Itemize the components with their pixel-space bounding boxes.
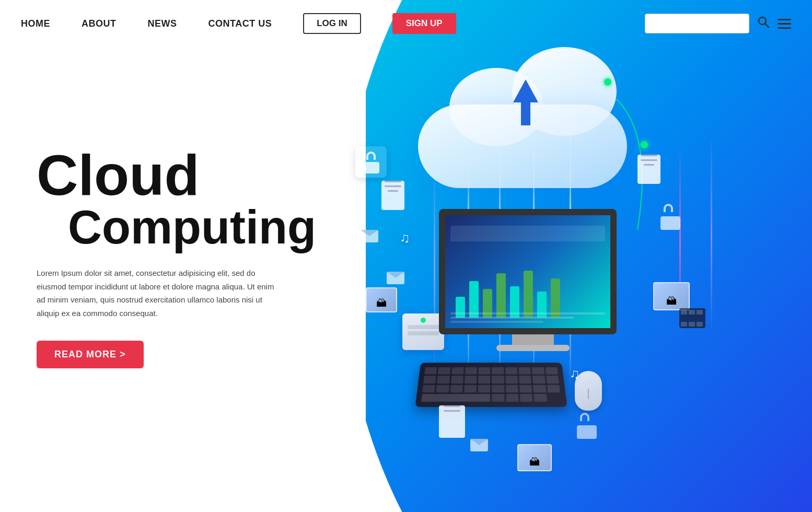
music-note-float-2: ♫ [570, 366, 580, 382]
doc-line-1 [385, 181, 401, 182]
menu-line-1 [778, 19, 791, 20]
nas-power-light [421, 318, 426, 323]
monitor-base [496, 345, 570, 351]
doc-card-float-2 [637, 152, 660, 184]
envelope-icon-3 [470, 439, 488, 451]
film-strip-float [679, 308, 705, 328]
photo-card-1 [366, 287, 397, 312]
lock-icon-2 [658, 204, 682, 230]
doc-line-4 [641, 155, 657, 156]
nav-left: HOME ABOUT NEWS CONTACT US LOG IN SIGN U… [21, 13, 456, 34]
doc-line-6 [644, 164, 654, 166]
doc-card-float-1 [381, 178, 404, 210]
film-row-1 [681, 310, 704, 315]
lock-icon-3 [575, 413, 599, 439]
doc-card-float-3 [439, 402, 465, 438]
hero-title-computing: Computing [68, 204, 316, 251]
nas-slot-1 [408, 325, 439, 329]
nav-right [645, 14, 791, 33]
hero-title-cloud: Cloud [37, 146, 316, 204]
read-more-button[interactable]: READ MORE > [37, 341, 144, 368]
envelope-float-1 [361, 230, 378, 242]
music-note-float: ♫ [400, 230, 410, 246]
svg-line-1 [765, 24, 769, 27]
dot-connector-bottom [641, 141, 648, 148]
envelope-float-2 [387, 272, 404, 284]
music-note-icon-2: ♫ [570, 366, 580, 381]
screen-text-lines [450, 312, 605, 323]
signup-button[interactable]: SIGN UP [392, 13, 456, 34]
menu-line-2 [778, 23, 791, 25]
lock-shackle-3 [580, 413, 589, 421]
lock-icon-float-1 [355, 146, 387, 178]
doc-card-2 [637, 155, 660, 184]
menu-line-3 [778, 27, 791, 29]
music-note-icon: ♫ [400, 230, 410, 246]
spacebar-key [421, 394, 490, 402]
monitor-stand [512, 334, 554, 345]
page-container: HOME ABOUT NEWS CONTACT US LOG IN SIGN U… [0, 0, 812, 512]
nav-contact[interactable]: CONTACT US [208, 18, 272, 29]
photo-card-float-3 [517, 444, 552, 471]
photo-card-2 [653, 282, 690, 310]
chart-bar-4 [496, 273, 506, 318]
chart-bar-8 [551, 278, 560, 318]
monitor-screen [439, 209, 617, 334]
lock-shackle-2 [664, 204, 673, 212]
keyboard [415, 363, 567, 407]
header: HOME ABOUT NEWS CONTACT US LOG IN SIGN U… [0, 0, 812, 47]
doc-line-3 [388, 190, 398, 192]
envelope-float-3 [470, 439, 488, 451]
doc-card-3 [439, 405, 465, 438]
cloud-icon [418, 63, 627, 188]
photo-card-float-2 [653, 282, 690, 310]
search-icon[interactable] [758, 16, 769, 31]
lock-shackle [366, 152, 376, 160]
nav-home[interactable]: HOME [21, 18, 50, 29]
doc-line-8 [444, 410, 460, 412]
lock-icon-float-2 [658, 204, 682, 230]
envelope-icon-1 [361, 230, 378, 242]
photo-card-3 [517, 444, 552, 471]
illustration: ♫ [314, 31, 784, 502]
doc-card-1 [381, 181, 404, 210]
doc-line-2 [385, 185, 401, 187]
lock-icon-float-3 [575, 413, 599, 439]
envelope-icon-2 [387, 272, 404, 284]
mouse-scroll-wheel [588, 389, 589, 399]
desktop-monitor [439, 209, 627, 355]
screen-top-bar [450, 226, 605, 241]
hero-content: Cloud Computing Lorem Ipsum dolor sit am… [37, 146, 316, 368]
lock-body-2 [660, 216, 680, 230]
nav-about[interactable]: ABOUT [82, 18, 117, 29]
login-button[interactable]: LOG IN [303, 13, 361, 34]
key-1 [424, 367, 437, 375]
film-row-2 [681, 322, 704, 327]
lock-icon-1 [361, 150, 381, 173]
nav-news[interactable]: NEWS [148, 18, 177, 29]
doc-line-7 [444, 405, 460, 407]
lock-body [363, 162, 379, 173]
film-strip-icon [679, 308, 705, 328]
screen-chart [456, 271, 560, 318]
dot-connector-top [604, 78, 611, 86]
photo-card-float-1 [366, 287, 397, 312]
vline-7 [711, 136, 712, 334]
nas-server [402, 313, 444, 350]
upload-arrow [513, 79, 538, 125]
hero-description: Lorem Ipsum dolor sit amet, consectetur … [37, 266, 277, 320]
doc-line-5 [641, 159, 657, 161]
chart-bar-6 [524, 271, 533, 318]
hamburger-menu-button[interactable] [778, 19, 791, 29]
lock-body-3 [577, 425, 597, 439]
nas-slot-2 [408, 331, 439, 335]
search-input[interactable] [645, 14, 749, 33]
